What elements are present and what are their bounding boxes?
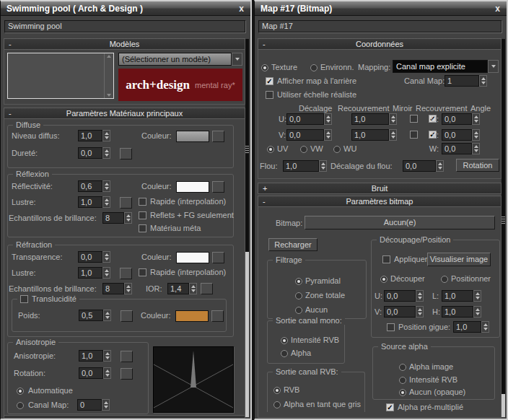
scrollbar-thumb[interactable]	[502, 39, 505, 394]
environ-radio[interactable]	[310, 64, 318, 71]
recharger-button[interactable]: Recharger	[268, 238, 318, 251]
close-icon[interactable]: x	[495, 1, 500, 16]
wu-radio[interactable]	[333, 146, 341, 153]
automatique-label[interactable]: Automatique	[28, 386, 73, 395]
spinner-arrows[interactable]	[102, 399, 110, 411]
alpha-gris-label[interactable]: Alpha en tant que gris	[284, 400, 361, 408]
spinner-arrows[interactable]	[389, 113, 397, 125]
diffuse-color-swatch[interactable]	[176, 131, 209, 142]
collapse-icon[interactable]: -	[263, 39, 266, 49]
intensite-rvb-mono-radio[interactable]	[281, 337, 288, 344]
spinner-arrows[interactable]	[479, 75, 487, 87]
uv-radio[interactable]	[267, 146, 274, 153]
spinner-arrows[interactable]	[416, 306, 424, 318]
window-titlebar[interactable]: Swimming pool ( Arch & Design ) x	[1, 1, 250, 16]
aucun-opaque-label[interactable]: Aucun (opaque)	[409, 388, 465, 396]
decouper-label[interactable]: Découper	[390, 274, 425, 283]
rollout-bruit[interactable]: + Bruit	[258, 183, 502, 194]
chevron-down-icon[interactable]	[232, 53, 242, 66]
appliquer-label[interactable]: Appliquer	[394, 255, 427, 263]
rollout-parametres-principaux[interactable]: - Paramètres Matériaux principaux	[4, 108, 245, 119]
close-icon[interactable]: x	[239, 1, 244, 16]
spinner-arrows[interactable]	[102, 251, 110, 263]
uv-label[interactable]: UV	[277, 144, 288, 153]
u-angle-value[interactable]: 0,0	[442, 113, 472, 125]
alpha-gris-radio[interactable]	[273, 401, 281, 408]
positionner-radio[interactable]	[441, 276, 448, 283]
vw-label[interactable]: VW	[310, 144, 323, 153]
scrollbar-thumb[interactable]	[245, 39, 249, 252]
lustre-value[interactable]: 1,0	[78, 196, 102, 208]
rotation-map-button[interactable]	[121, 368, 133, 380]
panel-scrollbar[interactable]	[502, 39, 505, 417]
flou-value[interactable]: 1,0	[283, 160, 319, 172]
environ-label[interactable]: Environn.	[320, 63, 354, 71]
ior-value[interactable]: 1,4	[167, 283, 189, 294]
spinner-arrows[interactable]	[324, 129, 332, 141]
rvb-label[interactable]: RVB	[284, 385, 299, 394]
material-name-input[interactable]: Swimming pool	[4, 20, 245, 32]
spinner-arrows[interactable]	[124, 212, 132, 224]
u-recouvrement-value[interactable]: 1,0	[351, 113, 389, 125]
spinner-arrows[interactable]	[103, 367, 111, 379]
v-miroir-checkbox[interactable]	[410, 131, 418, 139]
translucidite-color-swatch[interactable]	[175, 310, 209, 322]
decouper-radio[interactable]	[380, 276, 387, 283]
position-gigue-value[interactable]: 1,0	[453, 321, 481, 333]
canal-map-value[interactable]: 1	[444, 75, 479, 87]
h-crop-value[interactable]: 1,0	[442, 306, 473, 318]
anisotropie-value[interactable]: 1,0	[79, 350, 103, 362]
rapide-label[interactable]: Rapide (interpolation)	[150, 197, 226, 206]
expand-icon[interactable]: +	[263, 183, 267, 193]
durete-map-button[interactable]	[120, 148, 132, 159]
refraction-rapide-checkbox[interactable]	[139, 268, 146, 276]
reflets-fg-label[interactable]: Reflets + FG seulement	[150, 211, 234, 219]
spinner-arrows[interactable]	[324, 113, 332, 125]
refraction-lustre-value[interactable]: 1,0	[78, 267, 102, 279]
u-miroir-checkbox[interactable]	[410, 115, 418, 123]
spinner-arrows[interactable]	[103, 310, 111, 321]
spinner-arrows[interactable]	[102, 196, 110, 208]
visualiser-image-button[interactable]: Visualiser image	[427, 253, 491, 266]
pyramidal-radio[interactable]	[295, 278, 302, 285]
flou-decalage-value[interactable]: 0,0	[403, 160, 436, 172]
scrollbar-track[interactable]	[245, 252, 249, 417]
u-decalage-value[interactable]: 0,0	[286, 113, 324, 125]
spinner-arrows[interactable]	[481, 321, 489, 333]
wu-label[interactable]: WU	[343, 144, 356, 153]
afficher-map-label[interactable]: Afficher map à l'arrière	[277, 76, 356, 85]
positionner-label[interactable]: Positionner	[451, 274, 491, 283]
panel-scrollbar[interactable]	[245, 39, 249, 417]
alpha-premultiplie-label[interactable]: Alpha pré-multiplié	[398, 403, 463, 411]
canal-map-radio[interactable]	[17, 402, 24, 409]
appliquer-checkbox[interactable]	[382, 255, 390, 263]
alpha-mono-radio[interactable]	[281, 350, 288, 357]
ior-map-button[interactable]	[201, 283, 213, 294]
v-recouvrement-value[interactable]: 1,0	[351, 129, 389, 141]
transparence-value[interactable]: 0,0	[78, 251, 102, 263]
pyramidal-label[interactable]: Pyramidal	[305, 276, 341, 285]
refraction-echantillons-value[interactable]: 8	[102, 283, 124, 294]
alpha-mono-label[interactable]: Alpha	[291, 349, 311, 357]
aucun-filtrage-radio[interactable]	[295, 307, 302, 314]
reflexion-color-map-button[interactable]	[212, 181, 224, 193]
alpha-premultiplie-checkbox[interactable]: ✓	[386, 403, 394, 411]
collapse-icon[interactable]: -	[263, 196, 266, 206]
spinner-arrows[interactable]	[124, 283, 132, 294]
intensite-rvb-mono-label[interactable]: Intensité RVB	[291, 336, 339, 344]
scroll-down-icon[interactable]	[107, 94, 111, 97]
texture-label[interactable]: Texture	[271, 63, 297, 71]
rollout-modeles[interactable]: - Modèles	[4, 38, 245, 50]
chevron-down-icon[interactable]	[488, 60, 499, 73]
v-decalage-value[interactable]: 0,0	[286, 129, 324, 141]
window-titlebar[interactable]: Map #17 (Bitmap) x	[255, 1, 507, 16]
echelle-realiste-label[interactable]: Utiliser échelle réaliste	[277, 90, 356, 99]
anisotropie-map-button[interactable]	[121, 351, 133, 362]
spinner-arrows[interactable]	[189, 283, 197, 294]
refraction-rapide-label[interactable]: Rapide (interpolation)	[150, 268, 226, 276]
template-select-value[interactable]: (Sélectionner un modèle)	[118, 53, 232, 66]
spinner-arrows[interactable]	[319, 160, 327, 172]
rollout-parametres-bitmap[interactable]: - Paramètres bitmap	[258, 196, 502, 207]
materiau-meta-label[interactable]: Matériau méta	[150, 224, 201, 232]
materiau-meta-checkbox[interactable]	[139, 224, 146, 232]
